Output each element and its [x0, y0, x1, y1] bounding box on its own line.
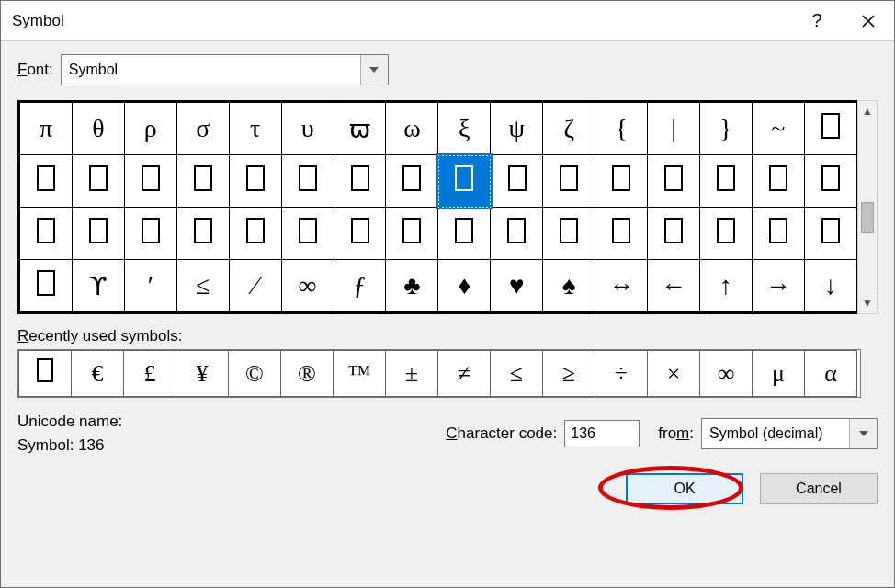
symbol-cell[interactable] [72, 155, 124, 208]
symbol-cell[interactable] [20, 208, 73, 260]
symbol-cell[interactable]: ÷ [595, 351, 648, 397]
symbol-cell[interactable]: ′ [124, 260, 176, 312]
symbol-cell[interactable] [491, 155, 543, 208]
symbol-cell[interactable]: £ [124, 351, 176, 397]
symbol-cell[interactable]: ♥ [491, 260, 543, 312]
symbol-cell[interactable] [176, 208, 229, 260]
font-combo[interactable] [61, 54, 389, 85]
symbol-cell[interactable] [124, 208, 176, 260]
font-input[interactable] [62, 55, 360, 85]
character-code-label: Character code: [446, 424, 557, 443]
scroll-thumb[interactable] [861, 202, 874, 233]
symbol-cell[interactable] [124, 155, 176, 208]
from-combo[interactable] [701, 418, 878, 449]
symbol-cell[interactable] [281, 155, 334, 208]
symbol-cell[interactable]: α [805, 351, 857, 397]
symbol-cell[interactable]: ¥ [176, 351, 229, 397]
symbol-cell[interactable]: ± [386, 351, 438, 397]
symbol-cell[interactable]: ™ [334, 351, 386, 397]
symbol-cell[interactable]: © [229, 351, 281, 397]
symbol-cell[interactable] [229, 208, 281, 260]
symbol-cell[interactable]: ≤ [176, 260, 229, 312]
symbol-cell[interactable]: σ [176, 103, 229, 155]
symbol-cell[interactable]: ← [648, 260, 700, 312]
symbol-cell[interactable]: ↑ [700, 260, 753, 312]
symbol-cell[interactable] [72, 208, 124, 260]
symbol-cell[interactable]: ® [281, 351, 334, 397]
symbol-cell[interactable]: { [595, 103, 648, 155]
grid-scrollbar[interactable]: ▲ ▼ [857, 100, 878, 314]
symbol-cell[interactable]: ∞ [281, 260, 334, 312]
symbol-cell[interactable]: υ [281, 103, 334, 155]
close-button[interactable] [843, 1, 894, 41]
symbol-cell[interactable] [386, 208, 438, 260]
symbol-cell[interactable] [804, 103, 856, 155]
symbol-cell[interactable] [491, 208, 543, 260]
symbol-cell[interactable]: × [648, 351, 700, 397]
ok-button[interactable]: OK [626, 473, 743, 504]
symbol-cell[interactable] [543, 155, 595, 208]
symbol-cell[interactable]: ≠ [438, 351, 491, 397]
symbol-cell[interactable]: ⁄ [229, 260, 281, 312]
symbol-cell[interactable]: ↔ [595, 260, 648, 312]
scroll-up-icon[interactable]: ▲ [862, 105, 873, 118]
symbol-cell[interactable] [438, 155, 491, 208]
symbol-cell[interactable] [752, 208, 804, 260]
symbol-cell[interactable]: ϒ [72, 260, 124, 312]
symbol-cell[interactable]: ψ [491, 103, 543, 155]
symbol-cell[interactable]: π [20, 103, 73, 155]
close-icon [862, 15, 875, 28]
symbol-cell[interactable]: ≤ [491, 351, 543, 397]
symbol-cell[interactable] [595, 208, 648, 260]
symbol-cell[interactable]: ~ [752, 103, 804, 155]
symbol-cell[interactable]: θ [72, 103, 124, 155]
symbol-cell[interactable] [700, 155, 753, 208]
symbol-cell[interactable]: → [752, 260, 804, 312]
symbol-cell[interactable]: € [72, 351, 124, 397]
scroll-down-icon[interactable]: ▼ [862, 297, 873, 310]
symbol-cell[interactable]: ♦ [438, 260, 491, 312]
placeholder-glyph [142, 165, 160, 191]
symbol-cell[interactable]: μ [753, 351, 805, 397]
character-code-input[interactable] [564, 420, 640, 447]
cancel-button[interactable]: Cancel [760, 473, 878, 504]
symbol-cell[interactable] [19, 351, 72, 397]
symbol-cell[interactable] [804, 208, 856, 260]
symbol-cell[interactable]: ↓ [804, 260, 856, 312]
symbol-cell[interactable]: ƒ [334, 260, 386, 312]
symbol-cell[interactable]: ♠ [543, 260, 595, 312]
symbol-cell[interactable]: τ [229, 103, 281, 155]
placeholder-glyph [351, 218, 369, 243]
symbol-cell[interactable]: ζ [543, 103, 595, 155]
symbol-cell[interactable] [543, 208, 595, 260]
symbol-cell[interactable] [334, 155, 386, 208]
symbol-cell[interactable]: ♣ [386, 260, 438, 312]
symbol-cell[interactable] [176, 155, 229, 208]
placeholder-glyph [769, 218, 787, 243]
symbol-cell[interactable]: ∞ [700, 351, 753, 397]
symbol-cell[interactable] [229, 155, 281, 208]
symbol-cell[interactable] [334, 208, 386, 260]
symbol-cell[interactable]: | [648, 103, 700, 155]
symbol-cell[interactable] [20, 155, 73, 208]
symbol-cell[interactable] [700, 208, 753, 260]
symbol-cell[interactable]: ω [386, 103, 438, 155]
symbol-cell[interactable] [20, 260, 73, 312]
symbol-cell[interactable] [804, 155, 856, 208]
symbol-cell[interactable]: ξ [438, 103, 491, 155]
symbol-cell[interactable] [752, 155, 804, 208]
symbol-cell[interactable]: ≥ [543, 351, 595, 397]
chevron-down-icon[interactable] [849, 419, 877, 448]
symbol-cell[interactable]: } [700, 103, 753, 155]
symbol-cell[interactable]: ρ [124, 103, 176, 155]
symbol-cell[interactable] [281, 208, 334, 260]
symbol-cell[interactable]: ϖ [334, 103, 386, 155]
symbol-cell[interactable] [595, 155, 648, 208]
symbol-cell[interactable] [438, 208, 491, 260]
chevron-down-icon[interactable] [360, 55, 388, 85]
from-input[interactable] [702, 419, 849, 448]
help-button[interactable]: ? [791, 1, 843, 41]
symbol-cell[interactable] [648, 155, 700, 208]
symbol-cell[interactable] [386, 155, 438, 208]
symbol-cell[interactable] [648, 208, 700, 260]
